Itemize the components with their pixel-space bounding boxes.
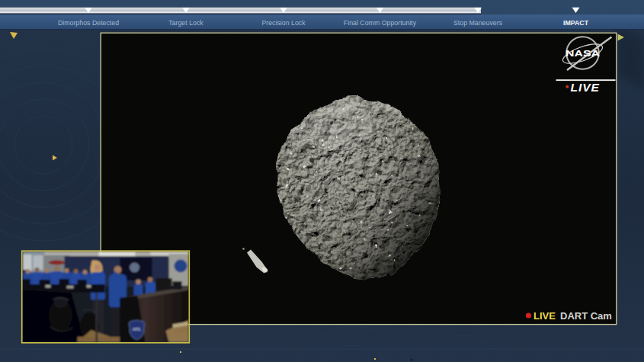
svg-text:Target Lock: Target Lock: [168, 19, 203, 27]
svg-text:IMPACT: IMPACT: [563, 19, 589, 27]
svg-text:NASA: NASA: [566, 48, 601, 59]
svg-text:DART Cam: DART Cam: [560, 310, 612, 322]
svg-text:Dimorphos Detected: Dimorphos Detected: [58, 19, 119, 27]
svg-text:LIVE: LIVE: [533, 310, 556, 322]
svg-text:Precision Lock: Precision Lock: [261, 19, 306, 27]
svg-text:Stop Maneuvers: Stop Maneuvers: [453, 19, 503, 27]
svg-text:LIVE: LIVE: [571, 81, 600, 94]
svg-text:Final Comm Opportunity: Final Comm Opportunity: [344, 19, 417, 27]
